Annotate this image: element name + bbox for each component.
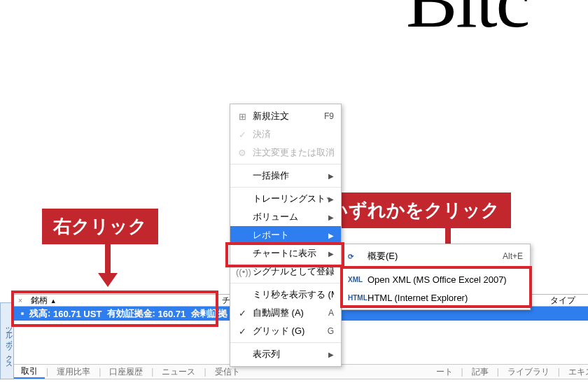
- summary-icon: ⟳: [348, 253, 368, 260]
- tab-inbox[interactable]: 受信ト: [208, 365, 247, 379]
- menu-autoadjust[interactable]: 自動調整 (A) A: [230, 304, 341, 322]
- tab-exposure[interactable]: 運用比率: [50, 365, 97, 379]
- arrow-right-click: [105, 241, 111, 274]
- col-symbol[interactable]: 銘柄▲: [25, 295, 62, 307]
- callout-click-either: いずれかをクリック: [318, 192, 511, 228]
- tab-trade[interactable]: 取引: [14, 365, 45, 379]
- menu-bulk[interactable]: 一括操作 ▶: [230, 167, 341, 185]
- chevron-right-icon: ▶: [328, 232, 334, 239]
- menu-trailing[interactable]: トレーリングストッ ▶: [230, 190, 341, 208]
- col-type[interactable]: タイプ: [545, 295, 581, 307]
- tab-library[interactable]: ライブラリ: [500, 365, 556, 379]
- menu-modify-order: ⚙ 注文変更または取消: [230, 144, 341, 162]
- chevron-right-icon: ▶: [328, 195, 334, 203]
- sort-asc-icon: ▲: [48, 298, 57, 304]
- toolbox-vertical-tab[interactable]: ツールボックス: [0, 302, 14, 379]
- html-icon: HTML: [348, 294, 368, 302]
- menu-volume[interactable]: ボリューム ▶: [230, 208, 341, 226]
- tab-history[interactable]: 口座履歴: [102, 365, 150, 379]
- check-icon: [236, 326, 248, 337]
- submenu-openxml[interactable]: XML Open XML (MS Office Excel 2007): [342, 270, 530, 288]
- tab-experts[interactable]: エキスパート: [561, 365, 588, 379]
- callout-right-click: 右クリック: [42, 209, 158, 244]
- tab-alert[interactable]: ート: [429, 365, 460, 379]
- chevron-right-icon: ▶: [328, 214, 334, 221]
- menu-columns[interactable]: 表示列 ▶: [230, 345, 341, 363]
- bullet-icon: [21, 312, 24, 315]
- signal-icon: ((•)): [236, 267, 248, 277]
- submenu-html[interactable]: HTML HTML (Internet Explorer): [342, 288, 530, 307]
- balance-value: 160.71 UST: [53, 309, 102, 319]
- chevron-right-icon: ▶: [328, 250, 334, 258]
- arrow-right-click-head: [98, 273, 118, 287]
- tab-news[interactable]: ニュース: [155, 365, 202, 379]
- xml-icon: XML: [348, 276, 368, 284]
- submenu-summary[interactable]: ⟳ 概要(E) Alt+E: [342, 247, 530, 265]
- menu-grid[interactable]: グリッド (G) G: [230, 322, 341, 340]
- context-menu: ⊞ 新規注文 F9 ✓ 決済 ⚙ 注文変更または取消 一括操作 ▶ トレーリング…: [230, 104, 342, 367]
- chevron-right-icon: ▶: [328, 351, 334, 358]
- extra-margin-label: 余剰証拠: [191, 307, 227, 320]
- margin-value: 160.71: [158, 309, 186, 319]
- margin-label: 有効証拠金:: [107, 307, 155, 320]
- check-icon: ✓: [236, 130, 248, 140]
- report-submenu: ⟳ 概要(E) Alt+E XML Open XML (MS Office Ex…: [342, 244, 531, 310]
- menu-close-position: ✓ 決済: [230, 125, 341, 144]
- cropped-header-text: Bitc: [406, 0, 528, 46]
- menu-millis[interactable]: ミリ秒を表示する (M): [230, 286, 341, 304]
- menu-signal[interactable]: ((•)) シグナルとして登録: [230, 262, 341, 281]
- balance-label: 残高:: [29, 307, 50, 320]
- close-panel-icon[interactable]: ×: [18, 297, 25, 304]
- tab-articles[interactable]: 記事: [465, 365, 496, 379]
- chevron-right-icon: ▶: [328, 172, 334, 180]
- menu-report[interactable]: レポート ▶: [230, 226, 341, 244]
- gear-icon: ⚙: [236, 148, 248, 158]
- bottom-spacer: [0, 379, 588, 392]
- menu-chart[interactable]: チャートに表示 ▶: [230, 244, 341, 262]
- check-icon: [236, 308, 248, 318]
- menu-new-order[interactable]: ⊞ 新規注文 F9: [230, 107, 341, 125]
- plus-icon: ⊞: [236, 111, 248, 122]
